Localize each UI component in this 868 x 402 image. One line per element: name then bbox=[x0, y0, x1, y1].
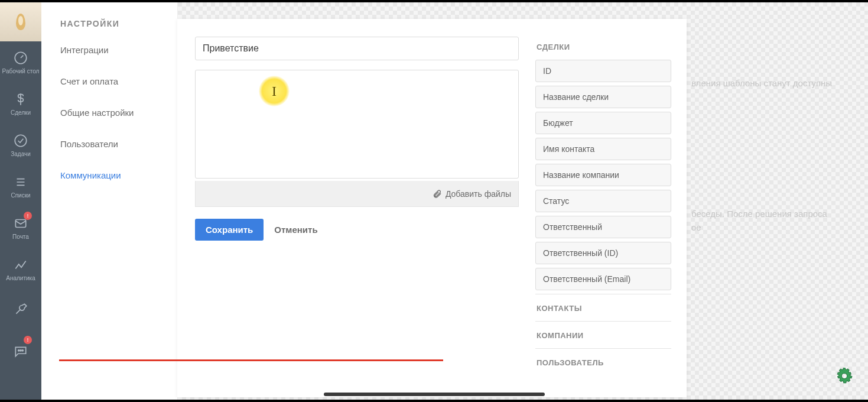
attach-label: Добавить файлы bbox=[446, 189, 511, 199]
tag-chip[interactable]: Ответственный bbox=[535, 216, 671, 238]
tag-chip[interactable]: Название компании bbox=[535, 164, 671, 186]
template-title-input[interactable] bbox=[195, 37, 519, 60]
main-left-rail: Рабочий стол Сделки Задачи Списки ! Почт… bbox=[0, 2, 41, 400]
badge-icon: ! bbox=[24, 212, 32, 220]
rail-item-desktop[interactable]: Рабочий стол bbox=[0, 41, 41, 83]
svg-point-5 bbox=[22, 350, 23, 351]
rail-item-lists[interactable]: Списки bbox=[0, 166, 41, 207]
sidebar-title: НАСТРОЙКИ bbox=[41, 2, 177, 34]
svg-point-4 bbox=[20, 350, 21, 351]
gear-icon bbox=[836, 368, 853, 384]
tag-chip[interactable]: Ответственный (Email) bbox=[535, 268, 671, 290]
gauge-icon bbox=[13, 50, 28, 66]
template-body-textarea[interactable] bbox=[195, 70, 519, 179]
svg-rect-2 bbox=[15, 219, 25, 227]
rail-item-settings[interactable] bbox=[0, 290, 41, 331]
svg-point-3 bbox=[18, 350, 19, 351]
tag-chip[interactable]: Название сделки bbox=[535, 86, 671, 108]
sidebar-item-general[interactable]: Общие настройки bbox=[41, 97, 177, 128]
template-editor-panel: Добавить файлы Сохранить Отменить СДЕЛКИ… bbox=[177, 19, 687, 397]
settings-fab[interactable] bbox=[834, 365, 855, 387]
background-hint-text: вления шаблоны станут доступны bbox=[691, 77, 833, 90]
save-button[interactable]: Сохранить bbox=[195, 219, 264, 241]
tag-chip[interactable]: ID bbox=[535, 60, 671, 82]
annotation-underline bbox=[59, 359, 443, 361]
rail-label: Почта bbox=[12, 234, 29, 240]
rail-item-tasks[interactable]: Задачи bbox=[0, 124, 41, 166]
svg-point-1 bbox=[15, 135, 27, 147]
rail-label: Списки bbox=[11, 192, 30, 199]
chat-icon bbox=[13, 344, 28, 359]
rail-item-analytics[interactable]: Аналитика bbox=[0, 248, 41, 290]
sidebar-item-users[interactable]: Пользователи bbox=[41, 128, 177, 160]
tags-heading-deals: СДЕЛКИ bbox=[535, 34, 671, 56]
settings-sidebar: НАСТРОЙКИ Интеграции Счет и оплата Общие… bbox=[41, 2, 177, 400]
check-icon bbox=[13, 133, 28, 148]
chart-icon bbox=[13, 257, 28, 273]
rail-label: Сделки bbox=[11, 109, 31, 116]
paperclip-icon bbox=[433, 189, 442, 199]
sidebar-item-communications[interactable]: Коммуникации bbox=[41, 160, 177, 191]
sidebar-item-billing[interactable]: Счет и оплата bbox=[41, 66, 177, 97]
tags-heading-user: ПОЛЬЗОВАТЕЛЬ bbox=[535, 348, 671, 372]
tags-heading-companies: КОМПАНИИ bbox=[535, 321, 671, 345]
rail-item-mail[interactable]: ! Почта bbox=[0, 207, 41, 248]
attach-files-button[interactable]: Добавить файлы bbox=[195, 181, 519, 207]
dollar-icon bbox=[13, 92, 28, 107]
wrench-icon bbox=[13, 302, 28, 317]
sidebar-item-integrations[interactable]: Интеграции bbox=[41, 34, 177, 66]
badge-icon: ! bbox=[24, 336, 32, 344]
tag-chip[interactable]: Ответственный (ID) bbox=[535, 242, 671, 264]
cancel-button[interactable]: Отменить bbox=[274, 225, 317, 235]
list-icon bbox=[13, 174, 28, 190]
placeholder-tags-column: СДЕЛКИ ID Название сделки Бюджет Имя кон… bbox=[535, 34, 671, 372]
rail-label: Задачи bbox=[11, 151, 31, 157]
avatar[interactable] bbox=[0, 2, 41, 41]
rail-item-deals[interactable]: Сделки bbox=[0, 83, 41, 124]
horizontal-scroll-indicator[interactable] bbox=[324, 393, 545, 396]
tags-heading-contacts: КОНТАКТЫ bbox=[535, 294, 671, 317]
rail-label: Аналитика bbox=[6, 275, 35, 281]
background-hint-text: беседы. После решения запросаое bbox=[691, 208, 845, 234]
rail-item-chat[interactable]: ! bbox=[0, 331, 41, 372]
tag-chip[interactable]: Бюджет bbox=[535, 112, 671, 134]
tag-chip[interactable]: Имя контакта bbox=[535, 138, 671, 160]
tag-chip[interactable]: Статус bbox=[535, 190, 671, 212]
rail-label: Рабочий стол bbox=[2, 68, 40, 74]
